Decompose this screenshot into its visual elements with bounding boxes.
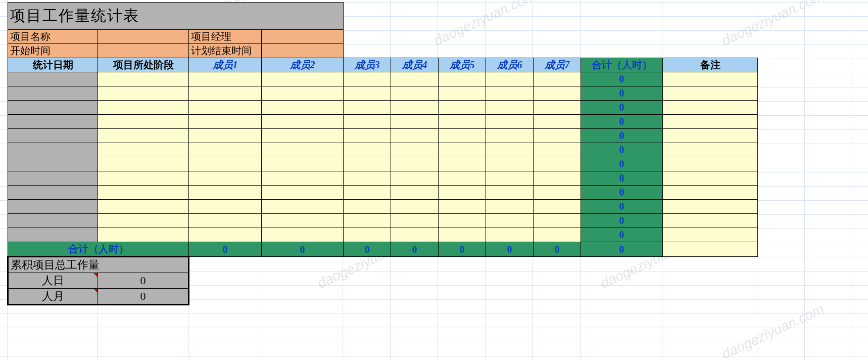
cell-m6[interactable] (486, 171, 534, 186)
cell-m2[interactable] (262, 143, 344, 157)
cell-m3[interactable] (344, 101, 391, 115)
cell-remark[interactable] (663, 86, 758, 101)
cell-m4[interactable] (391, 200, 439, 214)
cell-m7[interactable] (534, 171, 581, 186)
cell-m4[interactable] (391, 72, 439, 86)
cell-m4[interactable] (391, 171, 439, 186)
cell-m7[interactable] (534, 228, 581, 242)
cell-m1[interactable] (189, 143, 262, 157)
cell-m1[interactable] (189, 171, 262, 186)
cell-m2[interactable] (262, 129, 344, 143)
cell-phase[interactable] (98, 143, 189, 157)
cell-m3[interactable] (344, 200, 391, 214)
cell-date[interactable] (8, 200, 98, 214)
footer-remark[interactable] (663, 242, 758, 257)
cell-phase[interactable] (98, 157, 189, 171)
cell-date[interactable] (8, 72, 98, 86)
cell-date[interactable] (8, 214, 98, 228)
cell-phase[interactable] (98, 186, 189, 200)
cell-m7[interactable] (534, 186, 581, 200)
cell-m2[interactable] (262, 200, 344, 214)
cell-m5[interactable] (439, 86, 486, 101)
pm-value[interactable] (262, 30, 344, 44)
cell-m2[interactable] (262, 214, 344, 228)
cell-date[interactable] (8, 143, 98, 157)
cell-m1[interactable] (189, 101, 262, 115)
cell-m2[interactable] (262, 115, 344, 129)
cell-phase[interactable] (98, 171, 189, 186)
cell-phase[interactable] (98, 129, 189, 143)
cell-m6[interactable] (486, 101, 534, 115)
cell-remark[interactable] (663, 171, 758, 186)
cell-remark[interactable] (663, 143, 758, 157)
cell-m1[interactable] (189, 115, 262, 129)
cell-m1[interactable] (189, 228, 262, 242)
cell-m6[interactable] (486, 143, 534, 157)
cell-remark[interactable] (663, 72, 758, 86)
cell-m2[interactable] (262, 86, 344, 101)
cell-m6[interactable] (486, 228, 534, 242)
cell-m5[interactable] (439, 72, 486, 86)
cell-m4[interactable] (391, 228, 439, 242)
cell-m4[interactable] (391, 214, 439, 228)
cell-m5[interactable] (439, 101, 486, 115)
cell-m2[interactable] (262, 228, 344, 242)
cell-m5[interactable] (439, 143, 486, 157)
cell-m6[interactable] (486, 115, 534, 129)
cell-phase[interactable] (98, 214, 189, 228)
cell-m6[interactable] (486, 186, 534, 200)
cell-m1[interactable] (189, 186, 262, 200)
cell-m1[interactable] (189, 86, 262, 101)
cell-m1[interactable] (189, 72, 262, 86)
cell-m5[interactable] (439, 200, 486, 214)
cell-remark[interactable] (663, 186, 758, 200)
cell-m3[interactable] (344, 143, 391, 157)
cell-m3[interactable] (344, 86, 391, 101)
cell-m6[interactable] (486, 129, 534, 143)
cell-m3[interactable] (344, 157, 391, 171)
cell-m6[interactable] (486, 200, 534, 214)
cell-m4[interactable] (391, 129, 439, 143)
cell-m2[interactable] (262, 171, 344, 186)
cell-date[interactable] (8, 228, 98, 242)
cell-m7[interactable] (534, 214, 581, 228)
cell-remark[interactable] (663, 101, 758, 115)
cell-m4[interactable] (391, 101, 439, 115)
cell-m2[interactable] (262, 157, 344, 171)
cell-m7[interactable] (534, 115, 581, 129)
cell-remark[interactable] (663, 157, 758, 171)
cell-m6[interactable] (486, 86, 534, 101)
cell-m5[interactable] (439, 228, 486, 242)
cell-date[interactable] (8, 115, 98, 129)
cell-m4[interactable] (391, 157, 439, 171)
cell-date[interactable] (8, 86, 98, 101)
cell-date[interactable] (8, 157, 98, 171)
cell-m1[interactable] (189, 200, 262, 214)
cell-m3[interactable] (344, 214, 391, 228)
cell-remark[interactable] (663, 115, 758, 129)
cell-m5[interactable] (439, 115, 486, 129)
cell-m7[interactable] (534, 157, 581, 171)
cell-date[interactable] (8, 186, 98, 200)
cell-m4[interactable] (391, 86, 439, 101)
cell-date[interactable] (8, 171, 98, 186)
cell-remark[interactable] (663, 228, 758, 242)
cell-m7[interactable] (534, 129, 581, 143)
cell-m7[interactable] (534, 101, 581, 115)
cell-m1[interactable] (189, 214, 262, 228)
cell-m4[interactable] (391, 143, 439, 157)
cell-m6[interactable] (486, 214, 534, 228)
cell-m2[interactable] (262, 72, 344, 86)
cell-phase[interactable] (98, 228, 189, 242)
cell-m5[interactable] (439, 186, 486, 200)
cell-phase[interactable] (98, 72, 189, 86)
cell-m3[interactable] (344, 72, 391, 86)
cell-m6[interactable] (486, 157, 534, 171)
cell-m5[interactable] (439, 214, 486, 228)
cell-m5[interactable] (439, 171, 486, 186)
cell-m2[interactable] (262, 101, 344, 115)
cell-phase[interactable] (98, 101, 189, 115)
cell-m5[interactable] (439, 129, 486, 143)
cell-m3[interactable] (344, 115, 391, 129)
cell-date[interactable] (8, 129, 98, 143)
